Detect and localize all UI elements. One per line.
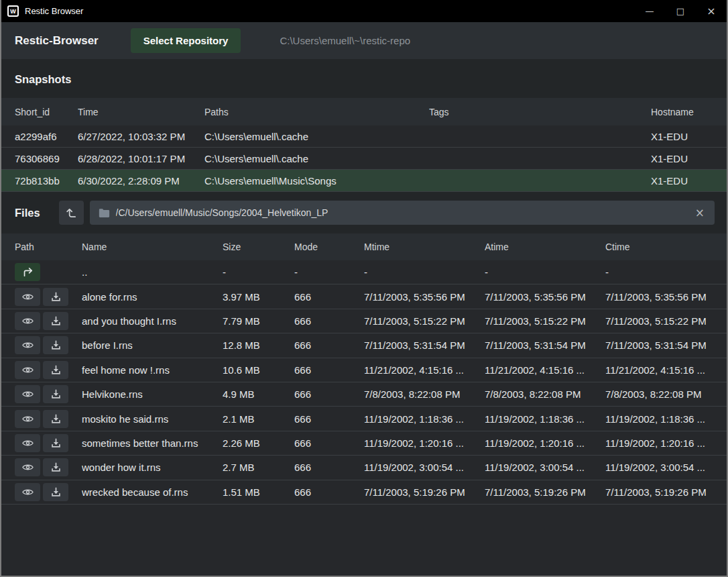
preview-file-button[interactable] [15,288,40,306]
row-actions [15,458,82,476]
app-logo-icon: W [7,5,19,17]
download-file-button[interactable] [43,385,68,403]
row-actions [15,483,82,501]
page-title: Restic-Browser [15,34,99,48]
breadcrumb-close-icon[interactable]: × [694,207,706,219]
file-size: 2.1 MB [223,413,294,425]
download-icon [51,389,61,399]
snapshots-column-header: Short_id [15,107,78,117]
download-icon [51,438,61,448]
files-column-header: Atime [485,242,605,252]
snapshot-time: 6/28/2022, 10:01:17 PM [78,153,204,164]
download-file-button[interactable] [43,312,68,330]
file-size: 7.79 MB [223,315,294,327]
snapshots-title: Snapshots [15,73,71,85]
file-size: 2.26 MB [223,437,294,449]
row-actions [15,361,82,379]
download-file-button[interactable] [43,288,68,306]
snapshots-column-header: Paths [204,107,429,117]
snapshot-row[interactable]: 72b813bb6/30/2022, 2:28:09 PMC:\Users\em… [1,170,727,192]
preview-file-button[interactable] [15,410,40,428]
eye-icon [22,341,34,350]
file-mtime: 11/19/2002, 1:20:16 ... [364,437,485,449]
files-title: Files [15,207,40,219]
file-ctime: 7/11/2003, 5:35:56 PM [605,291,713,303]
download-file-button[interactable] [43,458,68,476]
file-size: 12.8 MB [223,339,294,351]
titlebar: W Restic Browser — □ × [1,0,727,22]
select-repository-button[interactable]: Select Repository [131,28,241,53]
file-size: 1.51 MB [223,486,294,498]
snapshot-row[interactable]: a2299af66/27/2022, 10:03:32 PMC:\Users\e… [1,125,727,148]
file-name: moskito he said.rns [82,413,223,425]
file-name: and you thought I.rns [82,315,223,327]
download-file-button[interactable] [43,361,68,379]
file-ctime: 11/19/2002, 1:20:16 ... [605,437,713,449]
preview-file-button[interactable] [15,336,40,354]
preview-file-button[interactable] [15,458,40,476]
file-ctime: 11/19/2002, 1:18:36 ... [605,413,713,425]
row-actions [15,385,82,403]
files-column-header: Mtime [364,242,485,252]
files-column-header: Ctime [605,242,713,252]
file-ctime: 7/8/2003, 8:22:08 PM [605,388,713,400]
file-ctime: 7/11/2003, 5:19:26 PM [605,486,713,498]
files-table-body: ..-----alone for.rns3.97 MB6667/11/2003,… [1,260,727,505]
file-size: - [223,266,294,278]
file-name: alone for.rns [82,291,223,303]
snapshots-column-header: Time [78,107,204,117]
file-row: alone for.rns3.97 MB6667/11/2003, 5:35:5… [1,284,727,309]
preview-file-button[interactable] [15,483,40,501]
download-icon [51,292,61,302]
file-atime: 11/21/2002, 4:15:16 ... [485,364,605,376]
snapshot-hostname: X1-EDU [651,153,713,164]
corner-up-right-icon [22,266,34,278]
file-row: feel home now !.rns10.6 MB66611/21/2002,… [1,358,727,382]
snapshot-time: 6/30/2022, 2:28:09 PM [78,175,204,187]
window-title: Restic Browser [25,6,83,16]
file-mode: 666 [294,413,364,425]
file-atime: 7/11/2003, 5:15:22 PM [485,315,605,327]
download-icon [51,462,61,472]
level-up-button[interactable] [59,201,84,225]
file-mtime: 11/19/2002, 1:18:36 ... [364,413,485,425]
download-icon [51,487,61,497]
eye-icon [22,439,34,448]
file-atime: 7/11/2003, 5:31:54 PM [485,339,605,351]
file-row: sometimes better than.rns2.26 MB66611/19… [1,431,727,456]
snapshot-short-id: 76306869 [15,153,78,164]
file-ctime: 7/11/2003, 5:15:22 PM [605,315,713,327]
file-row: wonder how it.rns2.7 MB66611/19/2002, 3:… [1,456,727,480]
snapshot-hostname: X1-EDU [651,131,713,142]
snapshot-row[interactable]: 763068696/28/2022, 10:01:17 PMC:\Users\e… [1,148,727,170]
file-ctime: 7/11/2003, 5:31:54 PM [605,339,713,351]
preview-file-button[interactable] [15,361,40,379]
file-size: 10.6 MB [223,364,294,376]
file-size: 2.7 MB [223,462,294,473]
snapshot-short-id: 72b813bb [15,175,78,187]
snapshots-table-body: a2299af66/27/2022, 10:03:32 PMC:\Users\e… [1,125,727,192]
download-file-button[interactable] [43,410,68,428]
preview-file-button[interactable] [15,434,40,452]
close-button[interactable]: × [696,0,727,22]
preview-file-button[interactable] [15,385,40,403]
file-row: Helvikone.rns4.9 MB6667/8/2003, 8:22:08 … [1,382,727,407]
preview-file-button[interactable] [15,312,40,330]
eye-icon [22,488,34,496]
minimize-icon: — [646,6,654,16]
download-file-button[interactable] [43,483,68,501]
maximize-button[interactable]: □ [665,0,696,22]
file-mtime: 11/21/2002, 4:15:16 ... [364,364,485,376]
download-file-button[interactable] [43,434,68,452]
download-file-button[interactable] [43,336,68,354]
app-header: Restic-Browser Select Repository C:\User… [1,22,727,59]
download-icon [51,414,61,424]
level-up-icon [66,207,77,219]
eye-icon [22,463,34,472]
breadcrumb: /C/Users/emuell/Music/Songs/2004_Helveti… [90,201,715,225]
minimize-button[interactable]: — [634,0,665,22]
go-parent-dir-button[interactable] [15,263,40,281]
row-actions [15,410,82,428]
file-mtime: 11/19/2002, 3:00:54 ... [364,462,485,473]
file-mode: 666 [294,291,364,303]
